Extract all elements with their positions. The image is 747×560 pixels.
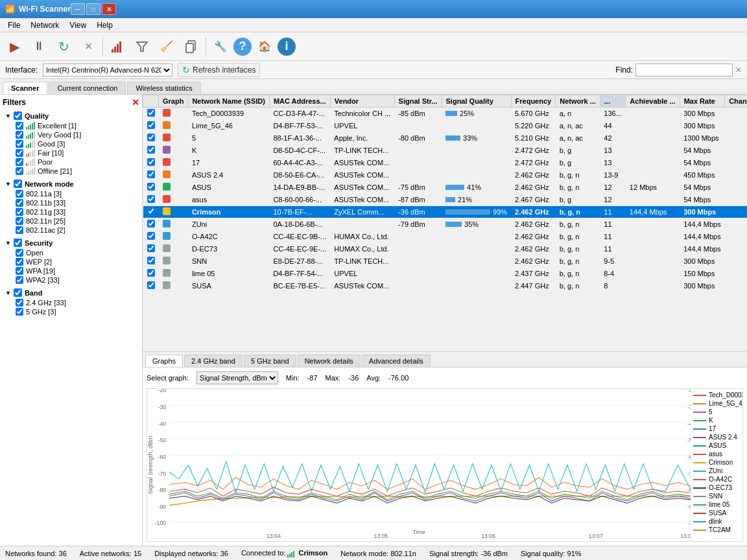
row-cb[interactable] [143,145,159,157]
row-cb[interactable] [143,218,159,231]
interface-selector[interactable]: Intel(R) Centrino(R) Advanced-N 6205 [43,64,172,76]
quality-excellent-checkbox[interactable] [16,122,23,130]
table-row[interactable]: O-A42C CC-4E-EC-9B-... HUMAX Co., Ltd. 2… [143,231,748,243]
col-graph[interactable]: Graph [159,95,188,108]
table-row[interactable]: 17 60-A4-4C-A3-... ASUSTek COM... 2.472 … [143,157,748,169]
quality-poor-checkbox[interactable] [16,158,23,166]
filters-close-button[interactable]: ✕ [132,97,139,108]
table-row[interactable]: D-EC73 CC-4E-EC-9E-... HUMAX Co., Ltd. 2… [143,243,748,255]
row-cb[interactable] [143,194,159,206]
table-row[interactable]: lime 05 D4-BF-7F-54-... UPVEL 2.437 GHz … [143,268,748,280]
security-group-label[interactable]: ▼ Security [5,237,139,248]
btab-advanced-details[interactable]: Advanced details [362,355,431,367]
graph-type-selector[interactable]: Signal Strength, dBm [196,371,278,384]
row-cb[interactable] [143,206,159,218]
table-row[interactable]: SNN E8-DE-27-88-... TP-LINK TECH... 2.46… [143,255,748,268]
col-mac[interactable]: MAC Address... [269,95,330,108]
row-cb[interactable] [143,231,159,243]
band-2g-checkbox[interactable] [16,299,23,307]
btab-network-details[interactable]: Network details [298,355,361,367]
mode-80211ac-checkbox[interactable] [16,226,23,234]
btab-2g[interactable]: 2.4 GHz band [184,355,243,367]
menu-view[interactable]: View [64,19,91,31]
col-ssid[interactable]: Network Name (SSID) [188,95,269,108]
quality-checkbox[interactable] [14,111,22,120]
network-mode-group-label[interactable]: ▼ Network mode [5,178,139,189]
tab-wireless-statistics[interactable]: Wireless statistics [127,82,200,94]
col-signal-str[interactable]: Signal Str... [394,95,442,108]
security-wpa-checkbox[interactable] [16,267,23,275]
help-button[interactable]: ? [233,38,252,56]
mode-80211a-checkbox[interactable] [16,190,23,198]
btab-5g[interactable]: 5 GHz band [244,355,296,367]
row-cb[interactable] [143,268,159,280]
quality-offline-checkbox[interactable] [16,167,23,175]
btab-graphs[interactable]: Graphs [145,355,183,367]
col-mode[interactable]: Network ... [556,95,600,108]
network-table-container[interactable]: Graph Network Name (SSID) MAC Address...… [143,95,747,351]
col-signal-quality[interactable]: Signal Quality [442,95,511,108]
copy-button[interactable] [180,35,203,58]
menu-file[interactable]: File [3,19,25,31]
security-checkbox[interactable] [14,239,22,247]
table-row[interactable]: asus C8-60-00-66-... ASUSTek COM... -87 … [143,194,748,206]
menu-help[interactable]: Help [91,19,118,31]
refresh-button[interactable]: ↻ [52,35,75,58]
row-cb[interactable] [143,255,159,268]
table-row[interactable]: K D8-5D-4C-CF-... TP-LINK TECH... 2.472 … [143,145,748,157]
mode-80211g-checkbox[interactable] [16,208,23,216]
col-chan[interactable]: Chan [725,95,747,108]
mode-80211b-checkbox[interactable] [16,199,23,207]
row-cb[interactable] [143,157,159,169]
mode-80211n-checkbox[interactable] [16,217,23,225]
menu-network[interactable]: Network [25,19,64,31]
security-wpa2-checkbox[interactable] [16,276,23,284]
stop-button[interactable]: ✕ [77,35,100,58]
filter-button[interactable] [130,35,154,58]
minimize-button[interactable]: ─ [71,3,85,15]
refresh-interfaces-button[interactable]: ↻ Refresh interfaces [178,63,260,77]
row-cb[interactable] [143,169,159,181]
table-row[interactable]: Tech_D0003939 CC-D3-FA-47-... Technicolo… [143,108,748,120]
close-button[interactable]: ✕ [102,3,116,15]
row-cb[interactable] [143,181,159,194]
band-checkbox[interactable] [14,288,22,297]
table-row[interactable]: ZUni 0A-18-D6-6B-... -79 dBm 35% 2.462 G… [143,218,748,231]
table-row[interactable]: ASUS 2.4 D8-50-E6-CA-... ASUSTek COM... … [143,169,748,181]
col-vendor[interactable]: Vendor [330,95,394,108]
table-row[interactable]: Crimson 10-7B-EF-... ZyXEL Comm... -36 d… [143,206,748,218]
band-5g-checkbox[interactable] [16,308,23,316]
start-button[interactable]: ▶ [3,35,26,58]
tab-scanner[interactable]: Scanner [3,82,47,94]
table-row[interactable]: 5 88-1F-A1-36-... Apple, Inc. -80 dBm 33… [143,132,748,145]
signal-button[interactable] [106,35,129,58]
security-open-checkbox[interactable] [16,249,23,257]
row-cb[interactable] [143,280,159,292]
col-freq[interactable]: Frequency [511,95,556,108]
pause-button[interactable]: ⏸ [27,35,51,58]
maximize-button[interactable]: □ [86,3,101,15]
network-mode-checkbox[interactable] [14,180,22,188]
quality-verygood-checkbox[interactable] [16,131,23,139]
col-extra[interactable]: ... [600,95,626,108]
row-cb[interactable] [143,243,159,255]
find-clear-button[interactable]: ✕ [735,65,742,75]
quality-group-label[interactable]: ▼ Quality [5,110,139,121]
home-button[interactable]: 🏠 [253,35,276,58]
row-cb[interactable] [143,132,159,145]
row-cb[interactable] [143,120,159,132]
find-input[interactable] [635,64,733,76]
band-group-label[interactable]: ▼ Band [5,287,139,298]
security-wep-checkbox[interactable] [16,258,23,266]
settings-button[interactable]: 🔧 [209,35,232,58]
tab-current-connection[interactable]: Current connection [49,82,126,94]
info-button[interactable]: i [278,38,296,56]
col-achievable[interactable]: Achievable ... [626,95,680,108]
table-row[interactable]: ASUS 14-DA-E9-BB-... ASUSTek COM... -75 … [143,181,748,194]
col-maxrate[interactable]: Max Rate [680,95,724,108]
broom-button[interactable]: 🧹 [155,35,178,58]
quality-fair-checkbox[interactable] [16,149,23,157]
table-row[interactable]: SUSA BC-EE-7B-E5-... ASUSTek COM... 2.44… [143,280,748,292]
table-row[interactable]: Lime_5G_46 D4-BF-7F-53-... UPVEL 5.220 G… [143,120,748,132]
row-cb[interactable] [143,108,159,120]
